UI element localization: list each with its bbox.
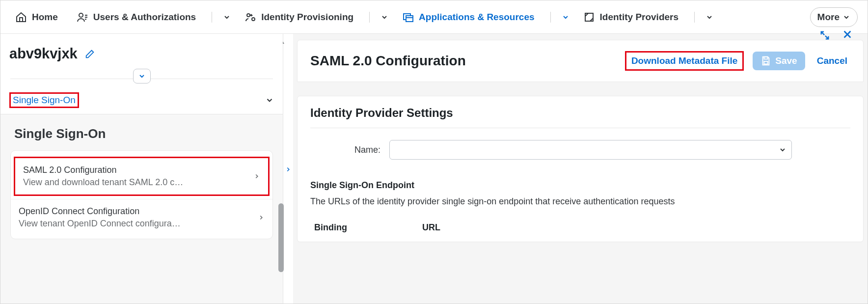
chevron-down-icon[interactable]	[223, 13, 231, 21]
nav-label: Identity Providers	[600, 12, 679, 23]
app-name: abv9kvjxk	[9, 46, 78, 62]
sso-endpoint-desc: The URLs of the identity provider single…	[310, 196, 850, 220]
section-heading: Single Sign-On	[10, 123, 273, 150]
separator	[369, 12, 370, 23]
splitter	[283, 34, 293, 304]
card-subtitle: View and download tenant SAML 2.0 c…	[23, 177, 183, 188]
nav-idp[interactable]: Identity Providers	[578, 7, 684, 27]
separator	[694, 12, 695, 23]
left-panel: abv9kvjxk Single Sign-On Single Sign-On	[0, 34, 283, 304]
scrollbar-thumb[interactable]	[278, 203, 284, 272]
chevron-right-icon	[253, 173, 260, 180]
work-area: abv9kvjxk Single Sign-On Single Sign-On	[0, 34, 868, 304]
detail-body: Identity Provider Settings Name: Single …	[297, 96, 864, 242]
detail-header: SAML 2.0 Configuration Download Metadata…	[297, 40, 864, 82]
nav-label: Applications & Resources	[419, 12, 534, 23]
svg-point-0	[79, 13, 83, 17]
expand-right-icon[interactable]	[285, 165, 292, 174]
endpoint-table-head: Binding URL	[310, 220, 850, 242]
card-item-oidc[interactable]: OpenID Connect Configuration View tenant…	[11, 199, 272, 236]
nav-provisioning[interactable]: Identity Provisioning	[240, 7, 358, 27]
detail-title: SAML 2.0 Configuration	[310, 53, 466, 69]
separator	[212, 12, 212, 23]
save-icon	[760, 55, 771, 66]
card-title: SAML 2.0 Configuration	[23, 165, 183, 175]
idp-icon	[583, 11, 595, 23]
sso-card: SAML 2.0 Configuration View and download…	[10, 150, 273, 239]
nav-label: Home	[32, 12, 58, 23]
chevron-down-icon	[779, 146, 787, 154]
nav-users[interactable]: Users & Authorizations	[72, 7, 201, 27]
svg-point-1	[247, 14, 250, 17]
chevron-down-icon[interactable]	[705, 13, 713, 21]
provisioning-icon	[244, 11, 256, 23]
svg-rect-10	[764, 61, 768, 64]
chevron-down-icon[interactable]	[380, 13, 388, 21]
top-nav: Home Users & Authorizations Identity Pro…	[0, 0, 868, 34]
chevron-down-icon[interactable]	[562, 13, 570, 21]
name-select[interactable]	[389, 140, 792, 160]
idp-settings-title: Identity Provider Settings	[310, 106, 850, 128]
card-title: OpenID Connect Configuration	[19, 206, 181, 217]
more-button[interactable]: More	[810, 7, 858, 27]
fullscreen-icon[interactable]	[818, 29, 831, 42]
col-binding: Binding	[314, 222, 383, 233]
right-panel: SAML 2.0 Configuration Download Metadata…	[293, 34, 868, 304]
home-icon	[15, 11, 27, 23]
save-button[interactable]: Save	[753, 52, 805, 70]
svg-point-2	[252, 18, 255, 21]
col-url: URL	[422, 222, 440, 233]
nav-label: Users & Authorizations	[93, 12, 196, 23]
separator	[550, 12, 551, 23]
more-label: More	[817, 12, 840, 23]
nav-home[interactable]: Home	[10, 7, 63, 27]
applications-icon	[402, 11, 414, 23]
name-label: Name:	[354, 145, 380, 155]
close-icon[interactable]	[842, 29, 853, 42]
edit-icon[interactable]	[84, 49, 95, 59]
collapse-button[interactable]	[133, 69, 151, 83]
sso-endpoint-heading: Single Sign-On Endpoint	[310, 171, 850, 196]
breadcrumb-link[interactable]: Single Sign-On	[9, 92, 79, 108]
download-metadata-button[interactable]: Download Metadata File	[625, 51, 744, 71]
chevron-down-icon[interactable]	[265, 96, 274, 105]
chevron-right-icon	[258, 214, 265, 221]
cancel-button[interactable]: Cancel	[814, 52, 850, 70]
card-item-saml[interactable]: SAML 2.0 Configuration View and download…	[14, 157, 270, 196]
card-subtitle: View tenant OpenID Connect configura…	[19, 219, 181, 229]
nav-applications[interactable]: Applications & Resources	[397, 7, 539, 27]
users-icon	[77, 11, 88, 23]
nav-label: Identity Provisioning	[261, 12, 353, 23]
svg-rect-4	[406, 16, 413, 22]
save-label: Save	[775, 55, 797, 66]
svg-rect-9	[764, 57, 768, 59]
